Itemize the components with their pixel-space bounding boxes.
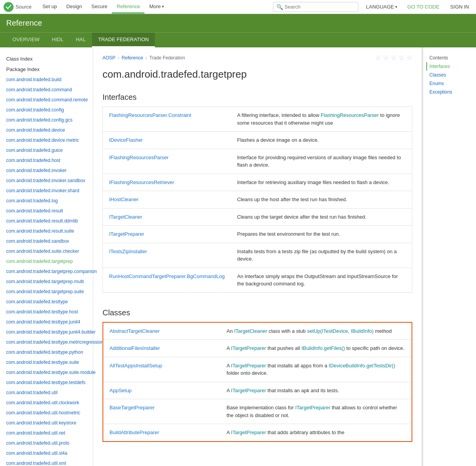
interface-link-8[interactable]: RunHostCommandTargetPreparer.BgCommandLo… — [109, 273, 225, 279]
tab-hidl[interactable]: HIDL — [46, 33, 70, 47]
tab-hal[interactable]: HAL — [69, 33, 92, 47]
sidebar-link-15[interactable]: com.android.tradefed.result.suite — [0, 226, 93, 236]
sidebar-link-20[interactable]: com.android.tradefed.targetprep.multi — [0, 276, 93, 287]
table-row: AppSetup A ITargetPreparer that installs… — [103, 382, 412, 399]
sidebar-link-38[interactable]: com.android.tradefed.util.xml — [0, 458, 93, 466]
class-inner-link-0a[interactable]: ITargetCleaner — [234, 328, 267, 334]
sidebar-link-34[interactable]: com.android.tradefed.util.keystore — [0, 418, 93, 428]
sidebar-link-37[interactable]: com.android.tradefed.util.sl4a — [0, 448, 93, 458]
sidebar-link-3[interactable]: com.android.tradefed.config — [0, 105, 93, 115]
interface-link-2[interactable]: IFlashingResourcesParser — [109, 155, 169, 160]
sidebar-link-24[interactable]: com.android.tradefed.testtype.junit4 — [0, 317, 93, 327]
main-layout: Class Index Package Index com.android.tr… — [0, 47, 476, 466]
sidebar-link-9[interactable]: com.android.tradefed.invoker — [0, 165, 93, 176]
sidebar-link-36[interactable]: com.android.tradefed.util.proto — [0, 438, 93, 448]
nav-secure[interactable]: Secure — [87, 0, 112, 14]
sign-in-button[interactable]: SIGN IN — [446, 2, 473, 11]
class-inner-link-0b[interactable]: setUp(ITestDevice, IBuildInfo) — [307, 328, 374, 334]
nav-more[interactable]: More▾ — [144, 0, 169, 14]
sidebar-item-package-index[interactable]: Package Index — [0, 64, 93, 75]
breadcrumb-reference[interactable]: Reference — [122, 55, 143, 61]
sidebar-item-class-index[interactable]: Class Index — [0, 54, 93, 64]
search-input[interactable] — [285, 4, 354, 10]
class-inner-link-1a[interactable]: ITargetPreparer — [231, 345, 266, 351]
sidebar-link-30[interactable]: com.android.tradefed.testtype.testdefs — [0, 377, 93, 388]
search-box[interactable]: 🔍 — [273, 2, 358, 12]
sidebar-link-35[interactable]: com.android.tradefed.util.net — [0, 428, 93, 438]
interface-link-6[interactable]: ITargetPreparer — [109, 231, 144, 237]
interface-link-1[interactable]: IDeviceFlasher — [109, 137, 143, 143]
sidebar-link-28[interactable]: com.android.tradefed.testtype.suite — [0, 357, 93, 367]
nav-design[interactable]: Design — [62, 0, 87, 14]
sidebar-link-25[interactable]: com.android.tradefed.testtype.junit4.bui… — [0, 327, 93, 337]
tab-trade-federation[interactable]: TRADE FEDERATION — [92, 33, 155, 47]
search-icon: 🔍 — [276, 4, 283, 10]
class-inner-link-2b[interactable]: IDeviceBuildInfo.getTestsDir() — [329, 363, 395, 369]
star-4[interactable]: ☆ — [398, 54, 405, 62]
sidebar-link-16[interactable]: com.android.tradefed.sandbox — [0, 236, 93, 246]
sidebar-link-29[interactable]: com.android.tradefed.testtype.suite.modu… — [0, 367, 93, 377]
toc-classes[interactable]: Classes — [426, 71, 473, 79]
sidebar-link-23[interactable]: com.android.tradefed.testtype.host — [0, 307, 93, 317]
sidebar-link-5[interactable]: com.android.tradefed.device — [0, 125, 93, 135]
sidebar-link-2[interactable]: com.android.tradefed.command.remote — [0, 95, 93, 105]
sidebar-link-11[interactable]: com.android.tradefed.invoker.shard — [0, 186, 93, 196]
class-link-4[interactable]: BaseTargetPreparer — [109, 405, 155, 410]
toc-enums[interactable]: Enums — [426, 79, 473, 88]
breadcrumb-sep-1: › — [118, 55, 119, 61]
sidebar-link-12[interactable]: com.android.tradefed.log — [0, 196, 93, 206]
tab-overview[interactable]: OVERVIEW — [6, 33, 46, 47]
sidebar-link-26[interactable]: com.android.tradefed.testtype.metricregr… — [0, 337, 93, 347]
sidebar-link-27[interactable]: com.android.tradefed.testtype.python — [0, 347, 93, 357]
toc-interfaces[interactable]: Interfaces — [426, 62, 473, 71]
sidebar-link-6[interactable]: com.android.tradefed.device.metric — [0, 135, 93, 145]
class-inner-link-2a[interactable]: ITargetPreparer — [231, 363, 266, 369]
sidebar-link-7[interactable]: com.android.tradefed.guice — [0, 145, 93, 155]
sidebar-link-32[interactable]: com.android.tradefed.util.clockwork — [0, 398, 93, 408]
class-link-5[interactable]: BuildAttributePreparer — [109, 429, 159, 435]
sidebar-link-22[interactable]: com.android.tradefed.testtype — [0, 297, 93, 307]
star-1[interactable]: ☆ — [375, 54, 381, 62]
interface-inner-link-0[interactable]: FlashingResourcesParser — [321, 112, 379, 118]
sidebar-link-0[interactable]: com.android.tradefed.build — [0, 75, 93, 85]
sidebar-link-31[interactable]: com.android.tradefed.util — [0, 388, 93, 398]
interface-link-5[interactable]: ITargetCleaner — [109, 214, 142, 220]
star-5[interactable]: ☆ — [406, 54, 412, 62]
language-button[interactable]: LANGUAGE ▾ — [363, 4, 400, 10]
table-row: BuildAttributePreparer A ITargetPreparer… — [103, 424, 412, 442]
star-3[interactable]: ☆ — [391, 54, 397, 62]
sidebar-link-10[interactable]: com.android.tradefed.invoker.sandbox — [0, 176, 93, 186]
breadcrumb-aosp[interactable]: AOSP — [102, 55, 115, 61]
sidebar-link-13[interactable]: com.android.tradefed.result — [0, 206, 93, 216]
sidebar-link-33[interactable]: com.android.tradefed.util.hostmetric — [0, 408, 93, 418]
class-desc-0: An ITargetCleaner class with a stub setU… — [220, 322, 412, 340]
sidebar-link-17[interactable]: com.android.tradefed.suite.checker — [0, 246, 93, 256]
class-inner-link-3a[interactable]: ITargetPreparer — [231, 388, 266, 393]
class-link-1[interactable]: AdditionalFilesInstaller — [109, 345, 160, 351]
interface-link-4[interactable]: IHostCleaner — [109, 196, 139, 202]
sidebar-link-14[interactable]: com.android.tradefed.result.ddmlib — [0, 216, 93, 226]
toc-exceptions[interactable]: Exceptions — [426, 88, 473, 96]
interface-link-3[interactable]: IFlashingResourcesRetriever — [109, 179, 174, 185]
class-inner-link-4a[interactable]: ITargetPreparer — [295, 405, 330, 410]
class-link-2[interactable]: AllTestAppsInstallSetup — [109, 363, 162, 369]
sidebar-link-19[interactable]: com.android.tradefed.targetprep.companio… — [0, 266, 93, 276]
class-desc-3: A ITargetPreparer that installs an apk a… — [220, 382, 412, 399]
sidebar-link-21[interactable]: com.android.tradefed.targetprep.suite — [0, 287, 93, 297]
nav-setup[interactable]: Set up — [38, 0, 62, 14]
star-2[interactable]: ☆ — [383, 54, 389, 62]
content-main: AOSP › Reference › Trade Federation ☆ ☆ … — [93, 47, 422, 466]
class-inner-link-5a[interactable]: ITargetPreparer — [231, 429, 266, 435]
logo[interactable]: Source — [3, 2, 31, 12]
class-link-3[interactable]: AppSetup — [109, 388, 132, 393]
interface-link-0[interactable]: FlashingResourcesParser.Constraint — [109, 112, 191, 118]
interface-link-7[interactable]: ITestsZipInstaller — [109, 249, 147, 254]
sidebar-link-1[interactable]: com.android.tradefed.command — [0, 85, 93, 95]
nav-reference[interactable]: Reference — [112, 0, 144, 14]
go-to-code-button[interactable]: GO TO CODE — [403, 2, 443, 11]
class-link-0[interactable]: AbstractTargetCleaner — [109, 328, 160, 334]
sidebar-link-4[interactable]: com.android.tradefed.config.gcs — [0, 115, 93, 125]
class-inner-link-1b[interactable]: IBuildInfo.getFiles() — [301, 345, 345, 351]
sidebar-link-18[interactable]: com.android.tradefed.targetprep — [0, 256, 93, 266]
sidebar-link-8[interactable]: com.android.tradefed.host — [0, 155, 93, 165]
